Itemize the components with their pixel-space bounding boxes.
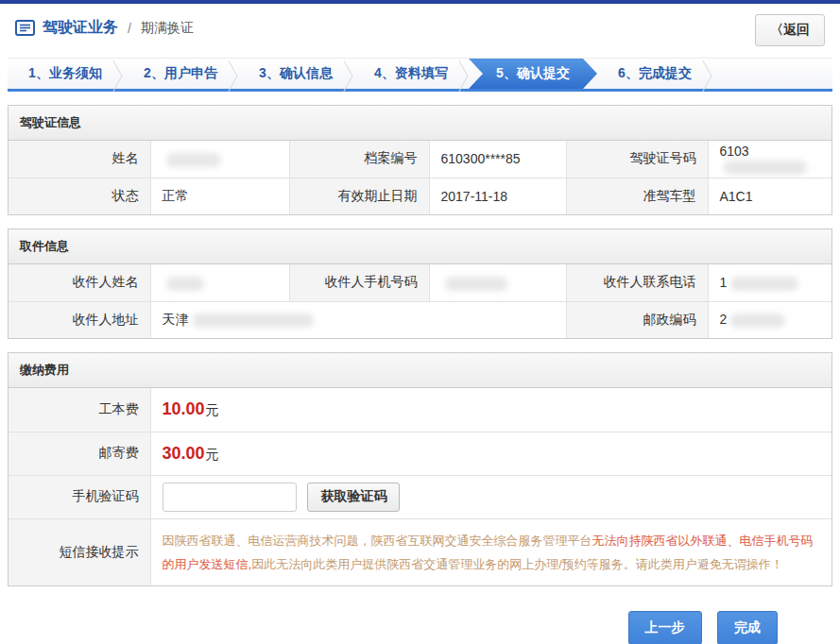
file-number-value: 610300****85 (429, 141, 566, 178)
redacted-postal-code (730, 314, 785, 328)
license-info-section-title: 驾驶证信息 (9, 106, 831, 141)
step-label: 1、业务须知 (28, 65, 102, 82)
step-label: 5、确认提交 (496, 65, 570, 82)
table-row: 短信接收提示 因陕西省联通、电信运营商技术问题，陕西省互联网交通安全综合服务管理… (9, 518, 831, 585)
step-label: 4、资料填写 (374, 65, 448, 82)
redacted-recipient-address (193, 314, 314, 328)
recipient-name-label: 收件人姓名 (9, 264, 150, 301)
redacted-recipient-name (166, 277, 204, 291)
name-value (150, 141, 289, 178)
pickup-info-section: 取件信息 收件人姓名 收件人手机号码 收件人联系电话 1 收件人地址 天津 邮政… (8, 229, 832, 339)
step-separator-chevron (699, 59, 716, 93)
step-label: 3、确认信息 (259, 65, 333, 82)
expiry-value: 2017-11-18 (429, 178, 566, 214)
postage-fee-unit: 元 (206, 447, 219, 462)
file-number-label: 档案编号 (289, 141, 429, 178)
step-label: 2、用户申告 (144, 65, 217, 82)
postage-fee-amount: 30.00 (163, 444, 205, 463)
step-1-business-notice[interactable]: 1、业务须知 (8, 59, 123, 89)
step-4-fill-data[interactable]: 4、资料填写 (353, 59, 469, 89)
step-separator-chevron (455, 59, 472, 93)
pickup-info-section-title: 取件信息 (9, 229, 831, 264)
recipient-address-label: 收件人地址 (9, 301, 150, 338)
status-label: 状态 (9, 178, 150, 214)
fees-section: 缴纳费用 工本费 10.00元 邮寄费 30.00元 手机验证码 获取验证码 短… (8, 352, 832, 586)
license-business-icon (15, 20, 35, 36)
recipient-address-visible: 天津 (163, 312, 189, 327)
step-3-confirm-info[interactable]: 3、确认信息 (238, 59, 353, 89)
footer-actions: 上一步 完成 (0, 611, 840, 644)
recipient-phone-visible: 1 (720, 275, 728, 290)
sms-code-input[interactable] (163, 483, 297, 512)
table-row: 姓名 档案编号 610300****85 驾驶证号码 6103 (9, 141, 831, 178)
table-row: 收件人姓名 收件人手机号码 收件人联系电话 1 (9, 264, 831, 301)
step-2-user-declaration[interactable]: 2、用户申告 (123, 59, 238, 89)
license-info-table: 姓名 档案编号 610300****85 驾驶证号码 6103 状态 正常 有效… (9, 141, 831, 214)
postal-code-label: 邮政编码 (566, 301, 708, 338)
table-row: 手机验证码 获取验证码 (9, 475, 831, 518)
step-6-complete-submit[interactable]: 6、完成提交 (597, 59, 712, 89)
sms-code-label: 手机验证码 (9, 475, 150, 518)
table-row: 状态 正常 有效期止日期 2017-11-18 准驾车型 A1C1 (9, 178, 831, 214)
step-progress-bar: 1、业务须知 2、用户申告 3、确认信息 4、资料填写 5、确认提交 6、完成提… (8, 58, 832, 92)
redacted-license-number (724, 161, 807, 175)
name-label: 姓名 (9, 141, 150, 178)
vehicle-class-label: 准驾车型 (566, 178, 708, 214)
license-number-visible: 6103 (720, 144, 749, 159)
production-fee-label: 工本费 (9, 388, 150, 432)
table-row: 工本费 10.00元 (9, 388, 831, 432)
postal-code-visible: 2 (720, 312, 728, 327)
recipient-phone-label: 收件人联系电话 (566, 264, 708, 301)
production-fee-unit: 元 (206, 402, 219, 417)
redacted-name (166, 153, 221, 167)
back-button[interactable]: 〈返回 (755, 14, 825, 46)
table-row: 邮寄费 30.00元 (9, 432, 831, 475)
recipient-mobile-label: 收件人手机号码 (289, 264, 429, 301)
fees-table: 工本费 10.00元 邮寄费 30.00元 手机验证码 获取验证码 短信接收提示… (9, 388, 831, 585)
redacted-recipient-mobile (445, 277, 507, 291)
notice-text-part2: 因此无法向此类用户提供陕西省交通管理业务的网上办理/预约等服务。请此类用户避免无… (251, 557, 783, 571)
postal-code-value: 2 (708, 301, 831, 338)
recipient-mobile-value (429, 264, 566, 301)
license-number-value: 6103 (708, 141, 831, 178)
production-fee-amount: 10.00 (163, 399, 205, 418)
sms-notice-label: 短信接收提示 (9, 518, 150, 585)
step-5-confirm-submit-active[interactable]: 5、确认提交 (469, 59, 597, 89)
breadcrumb-divider: / (128, 21, 131, 36)
finish-button[interactable]: 完成 (717, 611, 778, 644)
recipient-name-value (150, 264, 289, 301)
sms-code-cell: 获取验证码 (150, 475, 831, 518)
redacted-recipient-phone (730, 277, 798, 291)
license-number-label: 驾驶证号码 (566, 141, 708, 178)
notice-text-part1: 因陕西省联通、电信运营商技术问题，陕西省互联网交通安全综合服务管理平台 (163, 534, 592, 548)
vehicle-class-value: A1C1 (708, 178, 831, 214)
table-row: 收件人地址 天津 邮政编码 2 (9, 301, 831, 338)
sms-notice-text: 因陕西省联通、电信运营商技术问题，陕西省互联网交通安全综合服务管理平台无法向持陕… (150, 518, 831, 585)
license-info-section: 驾驶证信息 姓名 档案编号 610300****85 驾驶证号码 6103 状态… (8, 105, 832, 215)
step-label: 6、完成提交 (618, 65, 692, 82)
expiry-label: 有效期止日期 (289, 178, 429, 214)
fees-section-title: 缴纳费用 (9, 353, 831, 388)
page-subtitle: 期满换证 (141, 20, 194, 37)
postage-fee-label: 邮寄费 (9, 432, 150, 475)
breadcrumb: 驾驶证业务 / 期满换证 (15, 18, 194, 38)
get-sms-code-button[interactable]: 获取验证码 (307, 483, 400, 512)
recipient-phone-value: 1 (708, 264, 831, 301)
page-header: 驾驶证业务 / 期满换证 〈返回 (0, 4, 840, 52)
production-fee-value: 10.00元 (150, 388, 831, 432)
previous-step-button[interactable]: 上一步 (628, 611, 702, 644)
page-title: 驾驶证业务 (43, 18, 118, 38)
pickup-info-table: 收件人姓名 收件人手机号码 收件人联系电话 1 收件人地址 天津 邮政编码 2 (9, 264, 831, 338)
recipient-address-value: 天津 (150, 301, 566, 338)
postage-fee-value: 30.00元 (150, 432, 831, 475)
status-value: 正常 (150, 178, 289, 214)
